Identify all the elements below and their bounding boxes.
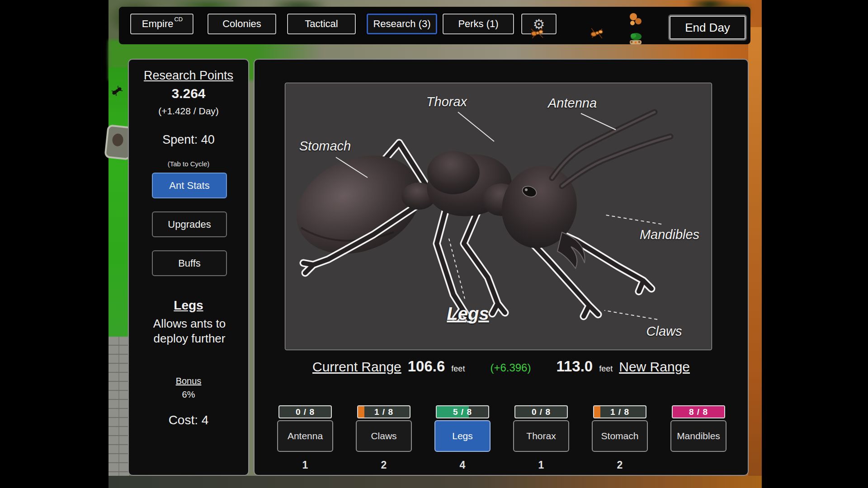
progress-pill-claws: 1 / 8: [357, 405, 410, 418]
diagram-label-thorax: Thorax: [426, 94, 467, 109]
tab-upgrades-label: Upgrades: [168, 219, 211, 230]
part-cost-antenna: 1: [277, 459, 333, 471]
progress-text: 0 / 8: [279, 406, 331, 418]
diagram-label-stomach: Stomach: [299, 139, 351, 154]
part-card-thorax: 0 / 8 Thorax 1: [513, 405, 569, 471]
part-button-thorax-label: Thorax: [526, 431, 556, 441]
part-button-stomach[interactable]: Stomach: [592, 420, 648, 452]
progress-text: 0 / 8: [515, 406, 567, 418]
points-spent: Spent: 40: [129, 133, 248, 147]
range-delta: (+6.396): [490, 361, 531, 374]
bonus-value: 6%: [129, 389, 248, 400]
leaf-food-icon: [630, 33, 642, 44]
progress-pill-thorax: 0 / 8: [514, 405, 568, 418]
part-button-claws-label: Claws: [371, 431, 396, 441]
part-button-thorax[interactable]: Thorax: [513, 420, 569, 452]
part-card-legs: 5 / 8 Legs 4: [434, 405, 491, 471]
ant-anatomy-diagram: Thorax Antenna Stomach Mandibles Legs Cl…: [285, 83, 712, 350]
empire-cooldown-badge: CD: [174, 16, 183, 23]
end-day-button[interactable]: End Day: [670, 16, 745, 39]
nav-button-tactical-label: Tactical: [305, 18, 338, 30]
part-cost-stomach: 2: [592, 459, 648, 471]
progress-pill-stomach: 1 / 8: [593, 405, 646, 418]
game-screen: EmpireCD Colonies Tactical Research (3) …: [0, 0, 868, 488]
part-button-antenna-label: Antenna: [288, 431, 323, 441]
current-range-value: 106.6: [408, 358, 445, 375]
progress-pill-antenna: 0 / 8: [278, 405, 332, 418]
fire-ant-sprite: [529, 24, 545, 42]
new-range-value: 113.0: [556, 358, 593, 375]
range-summary: Current Range 106.6 feet (+6.396) 113.0 …: [255, 358, 748, 382]
tab-ant-stats[interactable]: Ant Stats: [152, 173, 227, 198]
nav-button-research[interactable]: Research (3): [367, 14, 437, 34]
part-button-stomach-label: Stomach: [601, 431, 639, 441]
part-cost-legs: 4: [434, 459, 491, 471]
diagram-label-claws: Claws: [646, 324, 682, 339]
part-button-legs-label: Legs: [452, 431, 473, 441]
orange-flower-strip: [748, 27, 762, 488]
progress-text: 1 / 8: [358, 406, 410, 418]
current-range-unit: feet: [451, 364, 465, 374]
part-cost-thorax: 1: [513, 459, 569, 471]
progress-pill-legs: 5 / 8: [436, 405, 489, 418]
nav-button-research-label: Research (3): [373, 18, 430, 30]
progress-pill-mandibles: 8 / 8: [672, 405, 725, 418]
current-range-label: Current Range: [312, 359, 401, 375]
diagram-label-antenna: Antenna: [548, 96, 597, 111]
progress-text: 5 / 8: [437, 406, 488, 418]
end-day-label: End Day: [685, 21, 730, 35]
part-button-claws[interactable]: Claws: [356, 420, 412, 452]
tab-upgrades[interactable]: Upgrades: [152, 211, 227, 237]
grass-strip: [108, 68, 129, 337]
fire-ant-sprite: [589, 24, 604, 42]
ant-illustration: [285, 83, 712, 350]
selected-part-description: Allows ants to deploy further: [137, 316, 242, 346]
tab-ant-stats-label: Ant Stats: [169, 180, 209, 192]
progress-text: 8 / 8: [673, 406, 724, 418]
tab-buffs[interactable]: Buffs: [152, 250, 227, 276]
bonus-label: Bonus: [129, 376, 248, 386]
research-points-title: Research Points: [129, 69, 248, 83]
top-nav-bar: EmpireCD Colonies Tactical Research (3) …: [119, 7, 750, 44]
food-resource-sprites: [627, 10, 643, 48]
tab-buffs-label: Buffs: [178, 258, 201, 269]
nav-button-empire-label: Empire: [142, 18, 174, 30]
tab-cycle-hint: (Tab to Cycle): [129, 160, 248, 168]
ground-strip: [108, 476, 762, 488]
nav-button-perks[interactable]: Perks (1): [443, 14, 514, 34]
cost-label: Cost: 4: [129, 413, 248, 427]
part-button-mandibles-label: Mandibles: [677, 431, 720, 441]
research-sidebar: Research Points 3.264 (+1.428 / Day) Spe…: [128, 59, 249, 476]
progress-text: 1 / 8: [594, 406, 646, 418]
selected-part-name: Legs: [129, 298, 248, 313]
part-cost-claws: 2: [356, 459, 412, 471]
new-range-unit: feet: [599, 364, 613, 374]
nav-button-colonies-label: Colonies: [222, 18, 261, 30]
research-points-value: 3.264: [129, 86, 248, 101]
nav-button-perks-label: Perks (1): [458, 18, 498, 30]
part-card-stomach: 1 / 8 Stomach 2: [592, 405, 648, 471]
research-main-panel: Thorax Antenna Stomach Mandibles Legs Cl…: [254, 59, 749, 476]
part-card-mandibles: 8 / 8 Mandibles: [670, 405, 726, 459]
nav-button-tactical[interactable]: Tactical: [287, 14, 356, 34]
nav-button-colonies[interactable]: Colonies: [208, 14, 276, 34]
research-points-per-day: (+1.428 / Day): [129, 106, 248, 117]
diagram-label-legs: Legs: [447, 304, 489, 324]
part-button-mandibles[interactable]: Mandibles: [670, 420, 726, 452]
diagram-label-mandibles: Mandibles: [640, 227, 699, 242]
stone-wall: [108, 337, 129, 488]
nav-button-empire[interactable]: EmpireCD: [130, 14, 193, 34]
part-card-antenna: 0 / 8 Antenna 1: [277, 405, 333, 471]
part-card-claws: 1 / 8 Claws 2: [356, 405, 412, 471]
new-range-label: New Range: [619, 359, 690, 375]
mushroom-icon: [630, 13, 642, 25]
part-button-legs[interactable]: Legs: [434, 420, 491, 452]
part-button-antenna[interactable]: Antenna: [277, 420, 333, 452]
